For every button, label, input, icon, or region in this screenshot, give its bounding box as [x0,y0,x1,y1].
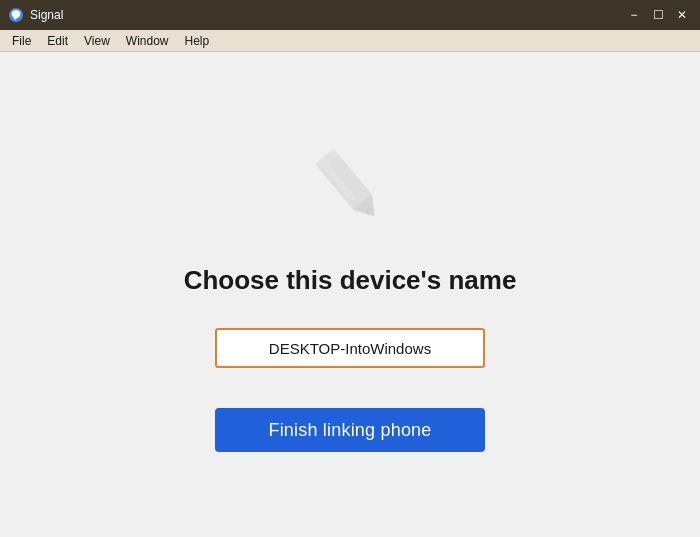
pencil-icon-wrapper [300,137,400,241]
title-bar-left: Signal [8,7,63,23]
menu-window[interactable]: Window [118,32,177,50]
main-content: Choose this device's name Finish linking… [0,52,700,537]
menu-file[interactable]: File [4,32,39,50]
title-bar-controls: − ☐ ✕ [624,5,692,25]
close-button[interactable]: ✕ [672,5,692,25]
finish-linking-button[interactable]: Finish linking phone [215,408,485,452]
app-icon [8,7,24,23]
device-name-heading: Choose this device's name [184,265,517,296]
menu-view[interactable]: View [76,32,118,50]
title-bar: Signal − ☐ ✕ [0,0,700,30]
pencil-icon [300,137,400,237]
maximize-button[interactable]: ☐ [648,5,668,25]
menu-edit[interactable]: Edit [39,32,76,50]
device-name-input[interactable] [215,328,485,368]
svg-point-1 [12,10,21,18]
menu-bar: File Edit View Window Help [0,30,700,52]
menu-help[interactable]: Help [177,32,218,50]
minimize-button[interactable]: − [624,5,644,25]
title-bar-title: Signal [30,8,63,22]
